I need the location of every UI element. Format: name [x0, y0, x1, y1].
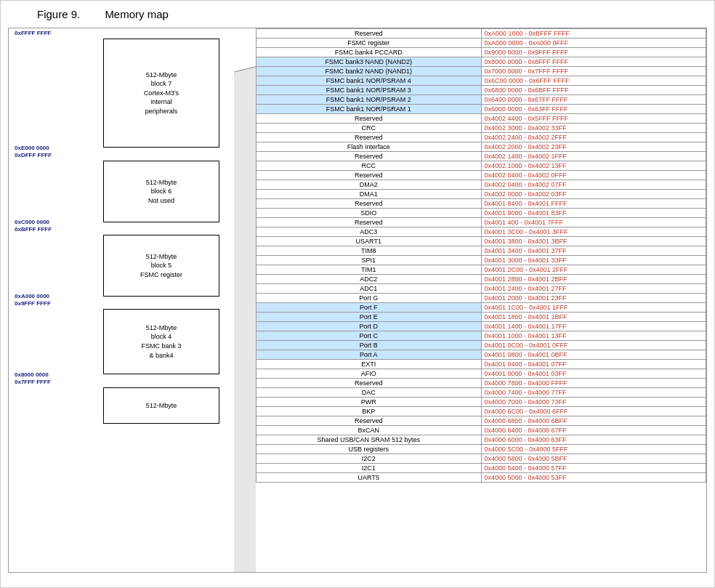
mem-addr: 0x6400 0000 - 0x67FF FFFF: [481, 95, 706, 105]
mem-addr: 0x4002 0000 - 0x4002 03FF: [481, 190, 706, 199]
mem-label: I2C2: [256, 454, 482, 464]
mem-label: Reserved: [256, 379, 482, 388]
table-row: DMA10x4002 0000 - 0x4002 03FF: [256, 190, 706, 199]
table-row: Port F0x4001 1C00 - 0x4001 1FFF: [256, 303, 706, 313]
block4-label: 512-Mbyte block 4 FSMC bank 3 & bank4: [141, 323, 181, 360]
table-row: BKP0x4000 6C00 - 0x4000 6FFF: [256, 407, 706, 416]
table-wrapper[interactable]: Reserved0xA000 1000 - 0xBFFF FFFFFSMC re…: [256, 28, 706, 572]
mem-label: Port B: [256, 341, 482, 350]
addr-bfff-ffff: 0xBFFF FFFF: [15, 226, 52, 233]
block4: 512-Mbyte block 4 FSMC bank 3 & bank4: [103, 309, 219, 374]
mem-addr: 0x4001 3000 - 0x4001 33FF: [481, 256, 706, 265]
mem-addr: 0x4002 3000 - 0x4002 33FF: [481, 124, 706, 133]
mem-addr: 0x4001 2800 - 0x4001 2BFF: [481, 275, 706, 284]
block7-label: 512-Mbyte block 7 Cortex-M3's internal p…: [144, 71, 179, 116]
mem-label: I2C1: [256, 464, 482, 473]
mem-addr: 0x4001 2C00 - 0x4001 2FFF: [481, 265, 706, 275]
table-row: Shared USB/CAN SRAM 512 bytes0x4000 6000…: [256, 435, 706, 445]
mem-addr: 0x4000 6000 - 0x4000 63FF: [481, 435, 706, 445]
table-row: SPI10x4001 3000 - 0x4001 33FF: [256, 256, 706, 265]
mem-label: Reserved: [256, 114, 482, 124]
table-row: TIM10x4001 2C00 - 0x4001 2FFF: [256, 265, 706, 275]
mem-addr: 0xA000 0000 - 0xA000 0FFF: [481, 39, 706, 48]
mem-label: UART5: [256, 473, 482, 483]
block6: 512-Mbyte block 6 Not used: [103, 161, 219, 222]
mem-addr: 0x4001 0800 - 0x4001 0BFF: [481, 350, 706, 360]
mem-label: Shared USB/CAN SRAM 512 bytes: [256, 435, 482, 445]
block6-label: 512-Mbyte block 6 Not used: [146, 178, 177, 206]
table-row: RCC0x4002 1000 - 0x4002 13FF: [256, 161, 706, 171]
mem-label: Reserved: [256, 152, 482, 161]
mem-label: Flash interface: [256, 142, 482, 152]
mem-addr: 0x4001 3400 - 0x4001 37FF: [481, 246, 706, 256]
svg-line-1: [234, 28, 256, 72]
mem-label: BKP: [256, 407, 482, 416]
mem-label: FSMC bank2 NAND (NAND1): [256, 67, 482, 76]
mem-label: Port A: [256, 350, 482, 360]
mem-addr: 0x4001 0400 - 0x4001 07FF: [481, 360, 706, 369]
mem-label: FSMC bank1 NOR/PSRAM 3: [256, 86, 482, 95]
content-area: 0xFFFF FFFF 512-Mbyte block 7 Cortex-M3'…: [8, 28, 707, 573]
table-row: Reserved0xA000 1000 - 0xBFFF FFFF: [256, 29, 706, 39]
table-row: Reserved0x4000 6800 - 0x4000 6BFF: [256, 416, 706, 426]
figure-title: Figure 9. Memory map: [8, 8, 707, 20]
mem-addr: 0x4000 5C00 - 0x4000 5FFF: [481, 445, 706, 454]
table-row: Port B0x4001 0C00 - 0x4001 0FFF: [256, 341, 706, 350]
mem-addr: 0x4001 2400 - 0x4001 27FF: [481, 284, 706, 294]
mem-addr: 0x4001 0000 - 0x4001 03FF: [481, 369, 706, 379]
mem-addr: 0x4001 0C00 - 0x4001 0FFF: [481, 341, 706, 350]
mem-label: RCC: [256, 161, 482, 171]
mem-addr: 0xA000 1000 - 0xBFFF FFFF: [481, 29, 706, 39]
table-row: Reserved0x4001 8400 - 0x4001 FFFF: [256, 199, 706, 209]
mem-addr: 0x4000 7000 - 0x4000 73FF: [481, 398, 706, 407]
table-row: USB registers0x4000 5C00 - 0x4000 5FFF: [256, 445, 706, 454]
mem-addr: 0x7000 0000 - 0x7FFF FFFF: [481, 67, 706, 76]
table-row: ADC20x4001 2800 - 0x4001 2BFF: [256, 275, 706, 284]
table-row: TIM80x4001 3400 - 0x4001 37FF: [256, 246, 706, 256]
table-row: FSMC register0xA000 0000 - 0xA000 0FFF: [256, 39, 706, 48]
mem-label: SDIO: [256, 209, 482, 218]
mem-label: FSMC bank4 PCCARD: [256, 48, 482, 57]
mem-addr: 0x6000 0000 - 0x63FF FFFF: [481, 105, 706, 114]
mem-label: Reserved: [256, 133, 482, 142]
table-row: EXTI0x4001 0400 - 0x4001 07FF: [256, 360, 706, 369]
mem-label: PWR: [256, 398, 482, 407]
addr-ffff-ffff: 0xFFFF FFFF: [15, 30, 51, 36]
table-row: CRC0x4002 3000 - 0x4002 33FF: [256, 124, 706, 133]
mem-addr: 0x6C00 0000 - 0x6FFF FFFF: [481, 76, 706, 86]
table-row: Port D0x4001 1400 - 0x4001 17FF: [256, 322, 706, 331]
table-row: Port E0x4001 1800 - 0x4001 1BFF: [256, 313, 706, 322]
table-row: BxCAN0x4000 6400 - 0x4000 67FF: [256, 426, 706, 435]
table-row: Reserved0x4002 0400 - 0x4002 0FFF: [256, 171, 706, 180]
mem-addr: 0x4000 6400 - 0x4000 67FF: [481, 426, 706, 435]
addr-7fff-ffff: 0x7FFF FFFF: [15, 379, 51, 385]
table-row: DAC0x4000 7400 - 0x4000 77FF: [256, 388, 706, 398]
mem-addr: 0x4001 1800 - 0x4001 1BFF: [481, 313, 706, 322]
mem-addr: 0x4000 5800 - 0x4000 5BFF: [481, 454, 706, 464]
mem-addr: 0x4001 2000 - 0x4001 23FF: [481, 294, 706, 303]
table-row: FSMC bank1 NOR/PSRAM 10x6000 0000 - 0x63…: [256, 105, 706, 114]
mem-addr: 0x4002 0400 - 0x4002 0FFF: [481, 171, 706, 180]
table-row: I2C10x4000 5400 - 0x4000 57FF: [256, 464, 706, 473]
table-row: SDIO0x4001 8000 - 0x4001 83FF: [256, 209, 706, 218]
mem-label: SPI1: [256, 256, 482, 265]
addr-a000-0000: 0xA000 0000: [15, 293, 49, 299]
right-table: Reserved0xA000 1000 - 0xBFFF FFFFFSMC re…: [256, 28, 706, 572]
table-row: Reserved0x4002 1400 - 0x4002 1FFF: [256, 152, 706, 161]
block5: 512-Mbyte block 5 FSMC register: [103, 235, 219, 297]
mem-label: DMA1: [256, 190, 482, 199]
table-row: FSMC bank1 NOR/PSRAM 30x6800 0000 - 0x6B…: [256, 86, 706, 95]
mem-label: Port D: [256, 322, 482, 331]
table-row: FSMC bank1 NOR/PSRAM 20x6400 0000 - 0x67…: [256, 95, 706, 105]
mem-addr: 0x4001 1C00 - 0x4001 1FFF: [481, 303, 706, 313]
mem-addr: 0x4001 8400 - 0x4001 FFFF: [481, 199, 706, 209]
addr-9fff-ffff: 0x9FFF FFFF: [15, 300, 51, 307]
table-row: Flash interface0x4002 2000 - 0x4002 23FF: [256, 142, 706, 152]
table-row: Reserved0x4002 4400 - 0x5FFF FFFF: [256, 114, 706, 124]
table-row: Reserved0x4000 7800 - 0x4000 FFFF: [256, 379, 706, 388]
mem-label: Reserved: [256, 416, 482, 426]
page: Figure 9. Memory map 0xFFFF FFFF 512-Mby…: [0, 0, 715, 588]
block3-label: 512-Mbyte: [146, 401, 177, 411]
mem-label: CRC: [256, 124, 482, 133]
mem-addr: 0x9000 0000 - 0x9FFF FFFF: [481, 48, 706, 57]
